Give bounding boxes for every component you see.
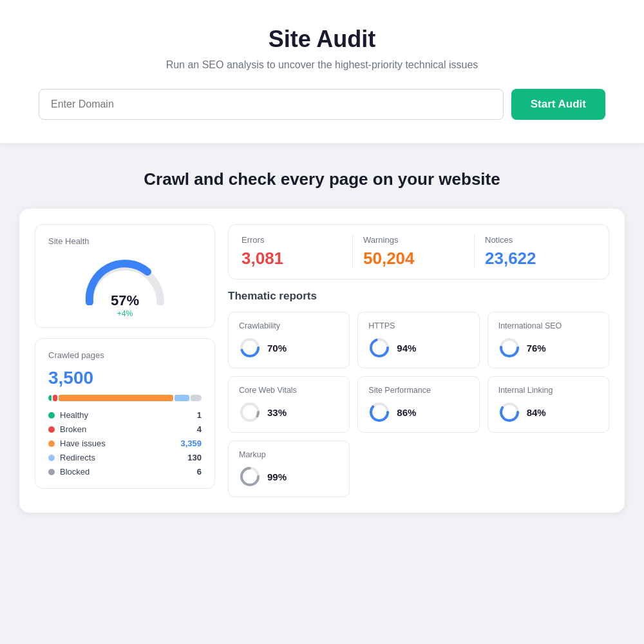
legend-issues: Have issues 3,359 — [48, 439, 202, 448]
stat-notices: Notices 23,622 — [475, 235, 596, 269]
stat-notices-label: Notices — [485, 235, 585, 245]
report-intl-seo[interactable]: International SEO 76% — [488, 312, 609, 368]
report-crawlability-name: Crawlability — [239, 321, 339, 330]
pb-broken — [53, 395, 57, 401]
report-intl-seo-name: International SEO — [498, 321, 598, 330]
report-internal-linking-name: Internal Linking — [498, 386, 598, 395]
legend-broken: Broken 4 — [48, 424, 202, 434]
legend-broken-count: 4 — [197, 424, 202, 434]
report-internal-linking-pct: 84% — [527, 407, 546, 418]
page-subtitle: Run an SEO analysis to uncover the highe… — [39, 59, 605, 71]
report-core-web-row: 33% — [239, 401, 339, 423]
report-https-pct: 94% — [397, 343, 416, 354]
start-audit-button[interactable]: Start Audit — [511, 89, 605, 120]
report-site-perf-name: Site Performance — [368, 386, 468, 395]
legend-blocked: Blocked 6 — [48, 467, 202, 477]
legend-list: Healthy 1 Broken 4 Have issues 3,359 — [48, 410, 202, 477]
domain-row: Start Audit — [39, 89, 605, 120]
reports-grid: Crawlability 70% — [228, 312, 609, 497]
legend-redirects-count: 130 — [187, 453, 202, 462]
svg-point-6 — [242, 404, 258, 421]
legend-healthy: Healthy 1 — [48, 410, 202, 420]
domain-input[interactable] — [39, 89, 504, 120]
right-column: Errors 3,081 Warnings 50,204 Notices 23,… — [228, 224, 609, 497]
thematic-reports-label: Thematic reports — [228, 290, 609, 303]
donut-https — [368, 337, 390, 359]
report-core-web-name: Core Web Vitals — [239, 386, 339, 395]
report-intl-seo-row: 76% — [498, 337, 598, 359]
donut-intl-seo — [498, 337, 520, 359]
legend-issues-label: Have issues — [60, 439, 106, 448]
legend-redirects-label: Redirects — [60, 453, 95, 462]
legend-blocked-count: 6 — [197, 467, 202, 477]
legend-blocked-label: Blocked — [60, 467, 90, 477]
report-site-perf-pct: 86% — [397, 407, 416, 418]
legend-redirects: Redirects 130 — [48, 453, 202, 462]
donut-markup — [239, 466, 261, 488]
dot-redirects — [48, 455, 55, 461]
left-column: Site Health 57% +4% — [35, 224, 215, 497]
report-site-perf-row: 86% — [368, 401, 468, 423]
gauge-container — [48, 254, 202, 305]
legend-broken-label: Broken — [60, 424, 86, 434]
section-heading: Crawl and check every page on your websi… — [19, 169, 625, 189]
report-https[interactable]: HTTPS 94% — [357, 312, 479, 368]
crawled-count: 3,500 — [48, 368, 202, 388]
report-crawlability[interactable]: Crawlability 70% — [228, 312, 350, 368]
donut-crawlability — [239, 337, 261, 359]
dashboard-grid: Site Health 57% +4% — [35, 224, 609, 497]
legend-healthy-label: Healthy — [60, 410, 88, 420]
report-intl-seo-pct: 76% — [527, 343, 546, 354]
report-markup[interactable]: Markup 99% — [228, 440, 350, 497]
thematic-reports-section: Thematic reports Crawlability — [228, 290, 609, 497]
crawled-label: Crawled pages — [48, 350, 202, 360]
dot-healthy — [48, 412, 55, 419]
report-markup-pct: 99% — [267, 471, 287, 482]
dashboard-card: Site Health 57% +4% — [19, 209, 625, 513]
report-https-row: 94% — [368, 337, 468, 359]
donut-site-perf — [368, 401, 390, 423]
legend-issues-count: 3,359 — [180, 439, 202, 448]
pb-healthy — [48, 395, 52, 401]
site-health-label: Site Health — [48, 236, 202, 246]
report-crawlability-pct: 70% — [267, 343, 287, 354]
gauge-change: +4% — [48, 309, 202, 318]
report-crawlability-row: 70% — [239, 337, 339, 359]
dot-broken — [48, 426, 55, 433]
stats-card: Errors 3,081 Warnings 50,204 Notices 23,… — [228, 224, 609, 279]
pb-issues — [59, 395, 173, 401]
report-https-name: HTTPS — [368, 321, 468, 330]
gauge-svg — [80, 254, 170, 305]
stat-errors: Errors 3,081 — [242, 235, 353, 269]
progress-bar — [48, 395, 202, 401]
donut-core-web — [239, 401, 261, 423]
crawled-pages-card: Crawled pages 3,500 Healthy 1 — [35, 338, 215, 489]
pb-redirects — [175, 395, 190, 401]
stat-warnings-label: Warnings — [363, 235, 464, 245]
pb-blocked — [191, 395, 202, 401]
donut-internal-linking — [498, 401, 520, 423]
legend-healthy-count: 1 — [197, 410, 202, 420]
header-section: Site Audit Run an SEO analysis to uncove… — [0, 0, 644, 144]
stat-warnings-value: 50,204 — [363, 249, 464, 269]
report-site-perf[interactable]: Site Performance 86% — [357, 376, 479, 433]
stat-warnings: Warnings 50,204 — [353, 235, 475, 269]
page-title: Site Audit — [39, 26, 605, 53]
report-internal-linking-row: 84% — [498, 401, 598, 423]
report-internal-linking[interactable]: Internal Linking 84% — [488, 376, 609, 433]
dot-blocked — [48, 469, 55, 475]
stat-errors-label: Errors — [242, 235, 342, 245]
main-section: Crawl and check every page on your websi… — [0, 144, 644, 532]
stat-notices-value: 23,622 — [485, 249, 585, 269]
report-core-web[interactable]: Core Web Vitals 33% — [228, 376, 350, 433]
report-markup-row: 99% — [239, 466, 339, 488]
dot-issues — [48, 440, 55, 447]
report-core-web-pct: 33% — [267, 407, 287, 418]
report-markup-name: Markup — [239, 450, 339, 459]
site-health-card: Site Health 57% +4% — [35, 224, 215, 328]
stat-errors-value: 3,081 — [242, 249, 342, 269]
